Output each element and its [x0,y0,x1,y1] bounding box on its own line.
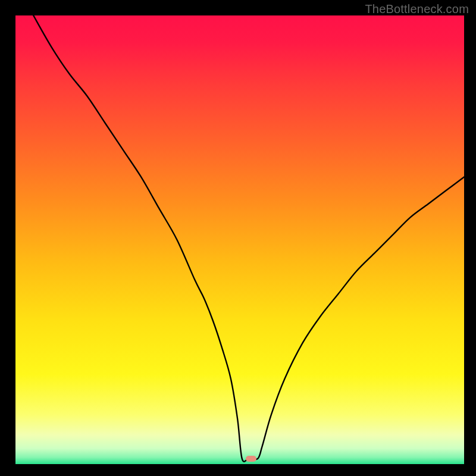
chart-container: TheBottleneck.com [0,0,476,476]
optimal-marker [246,456,256,462]
gradient-background [15,15,464,464]
plot-area [15,15,464,464]
watermark-text: TheBottleneck.com [365,2,469,16]
chart-svg [15,15,464,464]
plot-area-wrapper [15,15,464,464]
